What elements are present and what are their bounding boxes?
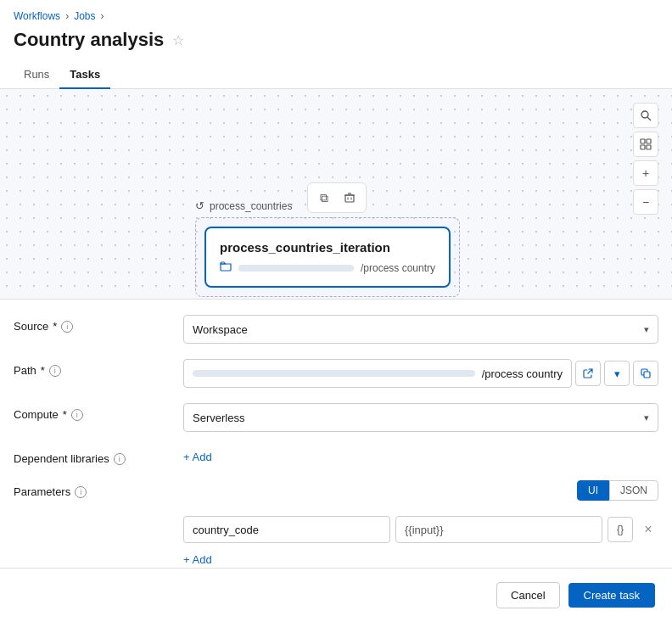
fit-icon (640, 138, 652, 150)
path-copy-button[interactable] (633, 361, 658, 386)
parameters-row: Parameters i UI JSON {} × + Add (14, 480, 658, 566)
svg-rect-8 (647, 139, 651, 143)
dependent-libraries-add-button[interactable]: + Add (183, 447, 658, 463)
canvas-zoom-in-button[interactable]: + (633, 160, 658, 186)
path-label: Path* i (14, 359, 183, 377)
parameters-info-icon[interactable]: i (75, 486, 87, 498)
compute-info-icon[interactable]: i (71, 409, 83, 421)
source-control: Workspace ▾ (183, 315, 658, 344)
parameters-label: Parameters i (14, 480, 183, 498)
tabs: Runs Tasks (0, 61, 672, 89)
svg-rect-7 (641, 139, 645, 143)
parameters-json-toggle[interactable]: JSON (609, 480, 658, 501)
tab-tasks[interactable]: Tasks (59, 61, 110, 89)
dependent-libraries-label: Dependent libraries i (14, 447, 183, 465)
parameters-ui-toggle[interactable]: UI (577, 480, 609, 501)
folder-icon (220, 261, 232, 274)
source-row: Source* i Workspace ▾ (14, 315, 658, 344)
path-bar-long (193, 370, 475, 377)
copy-icon (641, 368, 651, 378)
source-select[interactable]: Workspace ▾ (183, 315, 658, 344)
canvas-zoom-out-button[interactable]: − (633, 189, 658, 215)
compute-value: Serverless (193, 412, 244, 424)
param-row-0: {} × (183, 516, 658, 543)
path-label-text: Path (14, 364, 36, 377)
source-value: Workspace (193, 323, 248, 336)
path-bar-node (238, 265, 354, 272)
dependent-libraries-control: + Add (183, 447, 658, 463)
compute-label: Compute* i (14, 403, 183, 421)
task-node-path-label: /process country (361, 262, 435, 274)
svg-point-5 (641, 111, 648, 118)
dependent-libraries-info-icon[interactable]: i (114, 453, 126, 465)
source-arrow-icon: ▾ (644, 324, 649, 335)
path-dropdown-button[interactable]: ▾ (604, 361, 630, 386)
task-group: ↺ process_countries process_countries_it… (195, 199, 460, 297)
external-link-icon (583, 368, 593, 378)
canvas-area: ⧉ ↺ process_countries process_countries_… (0, 89, 672, 300)
breadcrumb-workflows[interactable]: Workflows (14, 10, 60, 22)
svg-rect-9 (641, 145, 645, 149)
canvas-fit-button[interactable] (633, 132, 658, 157)
page-title: Country analysis (14, 29, 164, 51)
breadcrumb-sep-2: › (100, 10, 104, 22)
task-group-name: process_countries (210, 200, 292, 212)
compute-required: * (63, 408, 67, 421)
task-node-path: /process country (220, 261, 435, 274)
source-label: Source* i (14, 315, 183, 333)
refresh-icon: ↺ (195, 199, 204, 212)
path-row: Path* i /process country ▾ (14, 359, 658, 388)
zoom-out-icon: − (642, 195, 649, 209)
canvas-search-button[interactable] (633, 103, 658, 128)
breadcrumb-sep-1: › (65, 10, 69, 22)
svg-rect-10 (647, 145, 651, 149)
source-required: * (53, 320, 57, 333)
breadcrumb: Workflows › Jobs › (0, 0, 672, 25)
page-header: Country analysis ☆ (0, 25, 672, 61)
path-input[interactable]: /process country (183, 359, 572, 388)
compute-select[interactable]: Serverless ▾ (183, 403, 658, 432)
canvas-toolbar: + − (633, 103, 658, 215)
path-value: /process country (482, 367, 563, 380)
svg-line-6 (647, 117, 651, 120)
footer: Cancel Create task (0, 568, 672, 622)
tab-runs[interactable]: Runs (14, 61, 59, 89)
parameters-label-text: Parameters (14, 485, 70, 498)
parameters-control: UI JSON {} × + Add (183, 480, 658, 566)
source-label-text: Source (14, 320, 48, 333)
svg-rect-11 (644, 372, 650, 378)
path-info-icon[interactable]: i (49, 365, 61, 377)
compute-control: Serverless ▾ (183, 403, 658, 432)
source-info-icon[interactable]: i (61, 321, 73, 333)
compute-arrow-icon: ▾ (644, 412, 649, 423)
dependent-libraries-row: Dependent libraries i + Add (14, 447, 658, 465)
path-input-row: /process country ▾ (183, 359, 658, 388)
task-group-label: ↺ process_countries (195, 199, 460, 212)
compute-row: Compute* i Serverless ▾ (14, 403, 658, 432)
dependent-libraries-label-text: Dependent libraries (14, 452, 109, 465)
path-control: /process country ▾ (183, 359, 658, 388)
parameters-add-button[interactable]: + Add (183, 550, 658, 566)
compute-label-text: Compute (14, 408, 59, 421)
task-node-outer: process_countries_iteration /process cou… (195, 217, 460, 297)
path-external-link-button[interactable] (575, 361, 601, 386)
parameters-toggle: UI JSON (577, 480, 658, 501)
path-required: * (41, 364, 45, 377)
path-dropdown-icon: ▾ (614, 367, 620, 380)
param-format-button-0[interactable]: {} (608, 517, 633, 542)
cancel-button[interactable]: Cancel (496, 582, 559, 608)
task-node-title: process_countries_iteration (220, 240, 435, 255)
star-icon[interactable]: ☆ (172, 32, 184, 48)
task-node[interactable]: process_countries_iteration /process cou… (204, 227, 451, 288)
search-icon (640, 109, 652, 121)
param-key-input-0[interactable] (183, 516, 390, 543)
create-task-button[interactable]: Create task (568, 583, 655, 608)
param-delete-button-0[interactable]: × (638, 519, 658, 540)
zoom-in-icon: + (642, 166, 649, 180)
param-value-input-0[interactable] (395, 516, 602, 543)
breadcrumb-jobs[interactable]: Jobs (74, 10, 95, 22)
